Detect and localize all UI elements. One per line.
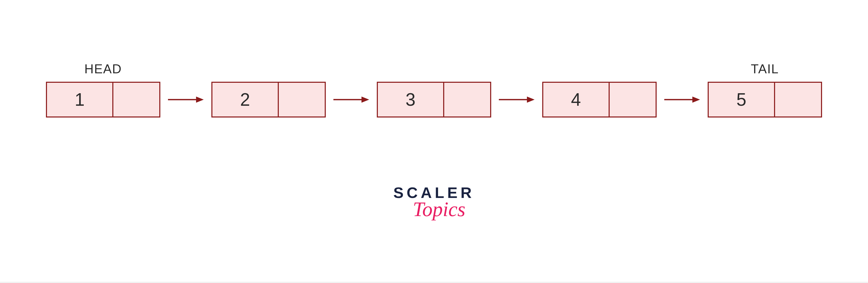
- arrow-4: [664, 94, 700, 105]
- node-2-data: 2: [212, 83, 279, 116]
- head-label: HEAD: [85, 61, 122, 77]
- arrow-1: [168, 94, 204, 105]
- arrow-icon: [664, 94, 700, 105]
- node-wrapper-2: 2: [211, 61, 326, 117]
- arrow-3: [499, 94, 535, 105]
- node-1-pointer: [113, 83, 159, 116]
- node-3-pointer: [444, 83, 490, 116]
- svg-marker-5: [527, 96, 535, 103]
- node-4-pointer: [610, 83, 656, 116]
- node-5-pointer: [775, 83, 821, 116]
- arrow-icon: [333, 94, 369, 105]
- bottom-divider: [0, 282, 868, 282]
- node-3: 3: [377, 82, 491, 117]
- node-wrapper-1: HEAD 1: [46, 61, 160, 117]
- node-5-data: 5: [709, 83, 775, 116]
- svg-marker-3: [362, 96, 369, 103]
- node-wrapper-5: TAIL 5: [708, 61, 822, 117]
- arrow-icon: [499, 94, 535, 105]
- tail-label: TAIL: [751, 61, 779, 77]
- scaler-topics-logo: SCALER Topics: [394, 184, 475, 221]
- node-1-data: 1: [47, 83, 113, 116]
- node-5: 5: [708, 82, 822, 117]
- node-1: 1: [46, 82, 160, 117]
- arrow-2: [333, 94, 369, 105]
- node-4: 4: [542, 82, 657, 117]
- node-3-data: 3: [378, 83, 444, 116]
- logo-topics-text: Topics: [404, 198, 475, 221]
- svg-marker-1: [196, 96, 204, 103]
- node-wrapper-3: 3: [377, 61, 491, 117]
- svg-marker-7: [692, 96, 700, 103]
- linked-list-diagram: HEAD 1 2 3: [46, 61, 822, 117]
- node-wrapper-4: 4: [542, 61, 657, 117]
- node-2-pointer: [279, 83, 325, 116]
- node-2: 2: [211, 82, 326, 117]
- arrow-icon: [168, 94, 204, 105]
- node-4-data: 4: [543, 83, 610, 116]
